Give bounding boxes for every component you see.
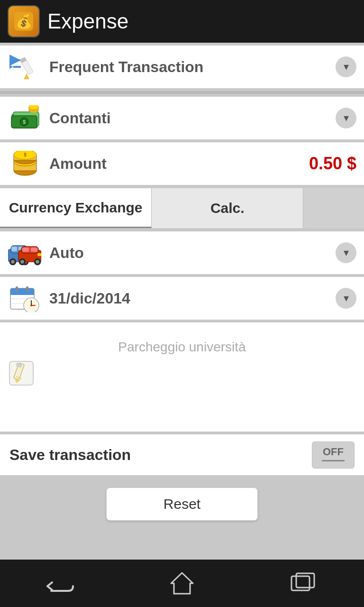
auto-icon: [8, 239, 42, 267]
date-dropdown[interactable]: [336, 288, 356, 309]
amount-row[interactable]: $ Amount 0.50 $: [0, 142, 364, 185]
notes-card[interactable]: Parcheggio università: [0, 322, 364, 432]
app-icon: 💰: [8, 5, 40, 37]
contanti-label: Contanti: [49, 110, 328, 127]
amount-label: Amount: [49, 155, 301, 173]
svg-rect-40: [16, 286, 18, 292]
nav-back-button[interactable]: [37, 569, 84, 598]
date-icon: [8, 284, 42, 313]
svg-point-23: [11, 260, 15, 264]
date-row[interactable]: 31/dic/2014: [0, 277, 364, 320]
app-title: Expense: [47, 9, 128, 33]
section-divider-1: [0, 91, 364, 94]
svg-rect-41: [26, 286, 28, 292]
save-transaction-row: Save transaction OFF: [0, 434, 364, 475]
amount-icon: $: [8, 149, 42, 178]
nav-recent-button[interactable]: [280, 569, 327, 598]
auto-row[interactable]: Auto: [0, 231, 364, 274]
amount-value: 0.50 $: [309, 154, 356, 174]
calc-label: Calc.: [210, 200, 245, 216]
notes-placeholder: Parcheggio università: [8, 330, 356, 359]
frequent-transaction-dropdown[interactable]: [336, 56, 356, 77]
auto-label: Auto: [49, 244, 328, 262]
svg-text:$: $: [24, 152, 27, 157]
currency-exchange-button[interactable]: Currency Exchange: [0, 188, 152, 228]
frequent-transaction-row[interactable]: Frequent Transaction: [0, 46, 364, 88]
calc-button[interactable]: Calc.: [152, 188, 303, 228]
action-buttons-row: Currency Exchange Calc.: [0, 188, 364, 229]
contanti-dropdown[interactable]: [336, 108, 356, 129]
main-content: Frequent Transaction $ Contanti: [0, 43, 364, 560]
reset-button-label: Reset: [164, 496, 200, 512]
svg-rect-39: [10, 292, 34, 295]
nav-home-button[interactable]: [158, 569, 206, 598]
svg-point-33: [36, 260, 39, 264]
save-toggle[interactable]: OFF: [312, 441, 355, 469]
svg-rect-26: [11, 247, 17, 251]
svg-rect-34: [22, 248, 29, 252]
auto-dropdown[interactable]: [336, 242, 356, 263]
toggle-off-line: [322, 460, 345, 461]
contanti-icon: $: [8, 104, 42, 132]
svg-point-31: [20, 260, 24, 264]
save-transaction-label: Save transaction: [9, 446, 304, 464]
svg-text:$: $: [23, 119, 26, 125]
frequent-transaction-label: Frequent Transaction: [49, 58, 328, 76]
nav-bar: [0, 560, 364, 607]
contanti-row[interactable]: $ Contanti: [0, 97, 364, 139]
frequent-transaction-icon: [8, 53, 42, 81]
empty-button-cell: [303, 188, 364, 228]
currency-exchange-label: Currency Exchange: [9, 200, 143, 216]
svg-point-12: [29, 105, 38, 110]
svg-rect-35: [31, 248, 37, 252]
reset-wrap: Reset: [0, 478, 364, 525]
header: 💰 Expense: [0, 0, 364, 43]
date-label: 31/dic/2014: [49, 290, 328, 307]
reset-button[interactable]: Reset: [106, 487, 258, 521]
toggle-off-label: OFF: [323, 446, 344, 458]
svg-text:💰: 💰: [16, 14, 32, 29]
notes-edit-icon: [8, 359, 356, 389]
svg-rect-36: [37, 253, 41, 256]
